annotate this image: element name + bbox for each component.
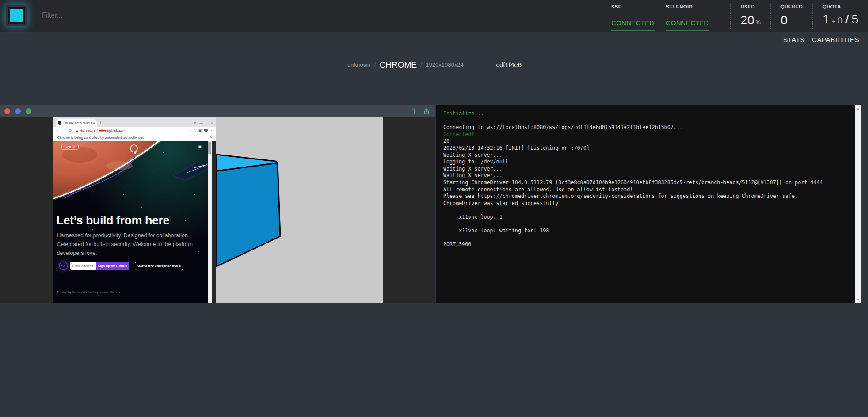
status-value: CONNECTED <box>611 19 655 27</box>
reload-icon: ⟳ <box>69 128 72 133</box>
app-logo[interactable] <box>6 5 27 26</box>
github-trial-button: Start a free enterprise trial > <box>135 262 183 270</box>
github-favicon-icon <box>58 121 61 125</box>
log-line: Initialize... <box>443 110 848 118</box>
hamburger-menu-icon: ≡ <box>198 143 201 149</box>
session-browser-version: unknown <box>347 61 370 68</box>
status-label: USED <box>740 4 761 9</box>
log-line <box>443 221 848 228</box>
copy-icon[interactable] <box>410 108 417 115</box>
status-selenoid: SELENOID CONNECTED <box>666 0 709 32</box>
github-heading: Let’s build from here <box>57 214 170 227</box>
remote-tab-title: GitHub: Let’s build from he <box>63 121 92 125</box>
used-percent-value: 20 <box>740 14 754 27</box>
remote-page-scrollbar <box>208 141 212 303</box>
log-line: 20 <box>443 138 848 145</box>
url-scheme: https <box>99 129 106 133</box>
log-scrollbar[interactable]: ▲ ▼ <box>855 105 861 303</box>
address-bar: ▲ Not secure | https ://github.com <box>76 129 125 133</box>
log-line: Waiting X server... <box>443 172 848 179</box>
log-line: Please see https://chromedriver.chromium… <box>443 193 848 200</box>
vnc-card: GitHub: Let’s build from he × + ∨ — □ × <box>0 105 435 303</box>
remote-toolbar: ← → ⟳ ▲ Not secure | https ://github.com <box>53 127 216 134</box>
session-row[interactable]: unknown / CHROME / 1920x1080x24 cdf1f4e6 <box>347 56 522 74</box>
log-line: PORT=5900 <box>443 241 848 248</box>
remote-browser-tab: GitHub: Let’s build from he × <box>56 119 97 127</box>
log-line: All remote connections are allowed. Use … <box>443 186 848 193</box>
status-divider <box>770 4 771 29</box>
close-icon: × <box>211 121 213 125</box>
profile-avatar <box>204 129 208 132</box>
status-strip: SSE CONNECTED SELENOID CONNECTED USED 20… <box>611 0 858 32</box>
remote-tab-bar: GitHub: Let’s build from he × + ∨ — □ × <box>53 117 216 127</box>
vnc-body: GitHub: Let’s build from he × + ∨ — □ × <box>0 117 435 303</box>
session-browser-name: CHROME <box>380 60 417 70</box>
quota-total: 5 <box>851 13 858 26</box>
log-line: --- x11vnc loop: 1 --- <box>443 214 848 221</box>
session-detail: GitHub: Let’s build from he × + ∨ — □ × <box>0 105 868 303</box>
log-line: --- x11vnc loop: waiting for: 198 <box>443 227 848 235</box>
log-output: Initialize... Connecting to ws://localho… <box>443 110 848 248</box>
remote-page-viewport: Sign up ≡ Let’s build from here Harnesse… <box>53 141 216 303</box>
scrollbar-thumb <box>208 142 211 154</box>
minimize-window-button[interactable] <box>15 108 21 114</box>
log-line: Connected! <box>443 131 848 138</box>
remote-browser-window: GitHub: Let’s build from he × + ∨ — □ × <box>53 117 216 303</box>
cube-graphic <box>216 117 383 303</box>
session-id: cdf1f4e6 <box>496 61 522 68</box>
tab-close-icon: × <box>93 121 95 125</box>
chevron-down-icon: ∨ <box>194 121 196 125</box>
status-queued: QUEUED 0 <box>780 0 803 32</box>
github-trusted-text: Trusted by the world’s leading organizat… <box>57 291 121 294</box>
log-line <box>443 235 848 242</box>
vnc-screen[interactable]: GitHub: Let’s build from he × + ∨ — □ × <box>53 117 383 303</box>
status-used: USED 20 % <box>740 0 761 32</box>
remote-desktop <box>216 117 383 303</box>
toolbar-icons: ⤴ ☆ ▣ ⋮ <box>189 129 213 133</box>
github-hero-page: Sign up ≡ Let’s build from here Harnesse… <box>53 141 208 303</box>
infobar-close-icon: × <box>210 135 212 140</box>
url-divider: | <box>97 129 98 133</box>
status-label: SELENOID <box>666 4 709 9</box>
github-signup-cta-button: Sign up for GitHub <box>96 262 129 270</box>
queued-value: 0 <box>780 14 788 27</box>
top-bar: SSE CONNECTED SELENOID CONNECTED USED 20… <box>0 0 868 32</box>
tab-stats[interactable]: STATS <box>783 36 805 43</box>
connected-indicator <box>611 30 655 31</box>
new-tab-icon: + <box>99 120 102 125</box>
quota-plus: + <box>832 18 835 25</box>
tab-capabilities[interactable]: CAPABILITIES <box>812 36 859 43</box>
back-icon: ← <box>57 128 61 133</box>
warning-icon: ▲ <box>76 129 79 132</box>
side-panel-icon: ▣ <box>198 129 202 133</box>
menu-dots-icon: ⋮ <box>210 129 213 133</box>
code-badge-icon: <> <box>59 262 68 270</box>
scroll-up-icon[interactable]: ▲ <box>855 107 861 110</box>
not-secure-label: Not secure <box>80 129 95 133</box>
log-line: Waiting X server... <box>443 152 848 159</box>
filter-input[interactable] <box>42 8 201 23</box>
view-tabs: STATS CAPABILITIES <box>783 36 859 43</box>
remote-window-controls: ∨ — □ × <box>194 121 213 125</box>
automation-infobar: Chrome is being controlled by automated … <box>53 134 216 141</box>
connected-indicator <box>666 30 709 31</box>
log-line: Connecting to ws://localhost:8080/ws/log… <box>443 124 848 131</box>
status-divider <box>812 4 813 29</box>
github-email-input <box>70 262 96 270</box>
close-window-button[interactable] <box>4 108 10 114</box>
status-label: QUOTA <box>822 4 858 9</box>
session-separator: / <box>374 61 376 69</box>
share-icon[interactable] <box>423 108 430 115</box>
status-quota: QUOTA 1 + 0 / 5 <box>822 0 858 32</box>
selenoid-ui: SSE CONNECTED SELENOID CONNECTED USED 20… <box>0 0 868 417</box>
session-log-panel: Initialize... Connecting to ws://localho… <box>436 105 861 303</box>
github-subheading: Harnessed for productivity. Designed for… <box>57 231 206 258</box>
maximize-icon: □ <box>206 121 208 125</box>
log-line: Logging to: /dev/null <box>443 159 848 166</box>
maximize-window-button[interactable] <box>26 108 31 114</box>
scroll-down-icon[interactable]: ▼ <box>855 298 861 301</box>
session-screen-resolution: 1920x1080x24 <box>426 61 463 68</box>
vnc-actions <box>410 108 430 115</box>
log-line: 2023/02/13 14:32:16 [INIT] [Listening on… <box>443 145 848 152</box>
session-separator: / <box>420 61 422 69</box>
